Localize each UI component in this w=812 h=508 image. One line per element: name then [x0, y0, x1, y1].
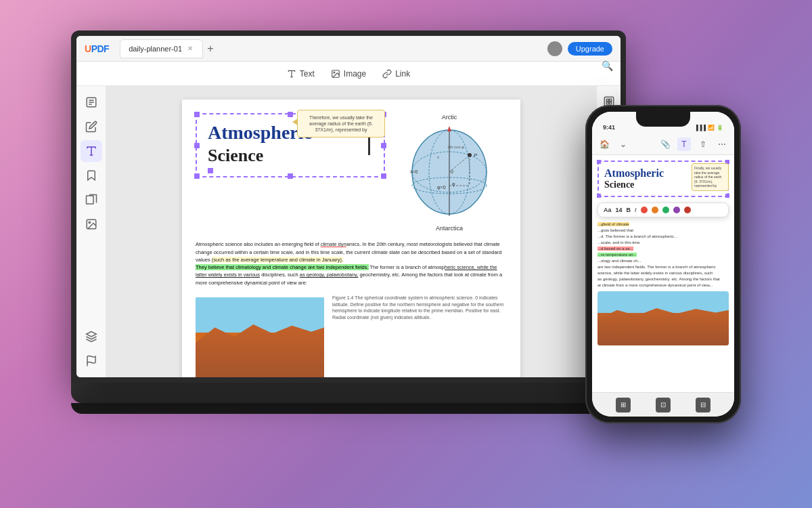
svg-point-8 — [89, 221, 90, 223]
wifi-icon: 📶 — [708, 125, 715, 131]
font-icon[interactable]: Aa — [604, 207, 612, 213]
phone-text-tool-icon[interactable]: T — [677, 137, 691, 151]
corner-handle-mr[interactable] — [381, 143, 386, 148]
color-picker: Aa 14 B I — [597, 203, 729, 217]
corner-handle-bl[interactable] — [194, 173, 200, 179]
text-label: Text — [300, 69, 315, 79]
laptop-base — [71, 383, 626, 403]
laptop-container: UPDF daily-planner-01 ✕ + Upgrade — [71, 30, 626, 478]
color-dot-green[interactable] — [662, 207, 669, 213]
phone-home-icon[interactable]: 🏠 — [597, 137, 611, 151]
tab-add-button[interactable]: + — [203, 41, 218, 56]
phone-body: 9:41 ▐▐▐ 📶 🔋 🏠 ⌄ 📎 T ⇧ ⋯ — [585, 105, 741, 423]
tab-close-icon[interactable]: ✕ — [186, 45, 194, 53]
svg-text:Re cos φ: Re cos φ — [448, 145, 464, 149]
phone-pdf-text: ...gfield of climate ...gists believed t… — [597, 221, 729, 289]
phone-status-icons: ▐▐▐ 📶 🔋 — [694, 125, 723, 131]
image-tool[interactable]: Image — [331, 69, 366, 79]
pdf-page: Atmospheric Science Arctic Ther — [182, 100, 520, 377]
phone-container: 9:41 ▐▐▐ 📶 🔋 🏠 ⌄ 📎 T ⇧ ⋯ — [585, 105, 741, 423]
text-tool[interactable]: Text — [287, 69, 315, 79]
phone-bottom-icon-1[interactable]: ⊞ — [616, 398, 631, 412]
phone-toolbar: 🏠 ⌄ 📎 T ⇧ ⋯ — [592, 133, 734, 155]
user-avatar — [547, 41, 562, 56]
phone-bottom-icon-3[interactable]: ⊟ — [696, 398, 710, 412]
phone-tooltip: Finally, we usually take the average rad… — [692, 163, 729, 191]
phone-photo — [597, 291, 729, 345]
phone-bottom-bar: ⊞ ⊡ ⊟ — [592, 392, 734, 417]
pdf-tooltip: Therefore, we usually take the average r… — [297, 110, 385, 137]
tooltip-text: Therefore, we usually take the average r… — [309, 115, 373, 132]
image-label: Image — [344, 69, 366, 79]
tab-daily-planner[interactable]: daily-planner-01 ✕ — [120, 39, 203, 58]
signal-icon: ▐▐▐ — [694, 125, 706, 131]
globe-diagram: P φ=0 λ=0 0 φ Re cos φ λ — [402, 125, 497, 219]
svg-text:φ=0: φ=0 — [437, 185, 446, 190]
tooltip-arrow — [292, 119, 298, 125]
laptop-body: UPDF daily-planner-01 ✕ + Upgrade — [71, 30, 626, 383]
phone-toolbar-right: 📎 T ⇧ ⋯ — [658, 137, 729, 151]
link-tool[interactable]: Link — [382, 69, 410, 79]
laptop-screen: UPDF daily-planner-01 ✕ + Upgrade — [76, 36, 621, 377]
search-icon[interactable]: 🔍 — [596, 55, 618, 77]
corner-handle-bm[interactable] — [288, 173, 293, 179]
sidebar-icon-layers[interactable] — [81, 326, 102, 347]
image-icon — [331, 69, 340, 79]
link-icon — [382, 69, 392, 79]
sidebar-icon-bookmark[interactable] — [81, 165, 102, 186]
phone-title-box: Finally, we usually take the average rad… — [597, 161, 729, 197]
sidebar-icon-pages[interactable] — [81, 189, 102, 211]
svg-rect-6 — [86, 196, 93, 204]
main-area: Atmospheric Science Arctic Ther — [76, 86, 621, 377]
sidebar-icon-text[interactable] — [81, 140, 102, 162]
app-header: UPDF daily-planner-01 ✕ + Upgrade — [76, 36, 621, 62]
tab-label: daily-planner-01 — [129, 45, 182, 53]
battery-icon: 🔋 — [717, 125, 723, 131]
font-size[interactable]: 14 — [616, 207, 623, 213]
color-dot-darkred[interactable] — [684, 207, 691, 213]
landscape-photo — [196, 297, 324, 377]
globe-top-label: Arctic — [392, 113, 507, 122]
phone-toolbar-left: 🏠 ⌄ — [597, 137, 630, 151]
phone-screen: 9:41 ▐▐▐ 📶 🔋 🏠 ⌄ 📎 T ⇧ ⋯ — [592, 112, 734, 417]
text-icon — [287, 69, 296, 79]
phone-bottom-icon-2[interactable]: ⊡ — [656, 398, 671, 412]
link-label: Link — [395, 69, 410, 79]
highlighted-text-climate: climate dyn — [321, 241, 346, 247]
pdf-title-line2: Science — [208, 144, 373, 168]
phone-chevron-icon[interactable]: ⌄ — [616, 137, 630, 151]
italic-button[interactable]: I — [635, 207, 637, 213]
color-dot-purple[interactable] — [673, 207, 680, 213]
phone-pdf-content[interactable]: Finally, we usually take the average rad… — [592, 155, 734, 392]
sidebar-icon-image[interactable] — [81, 213, 102, 235]
phone-paperclip-icon[interactable]: 📎 — [658, 137, 672, 151]
updf-u: U — [85, 43, 91, 54]
sidebar-icon-flag[interactable] — [81, 350, 102, 372]
pdf-paragraph: Atmospheric science also includes an eme… — [196, 240, 507, 287]
phone-time: 9:41 — [603, 124, 615, 131]
upgrade-button[interactable]: Upgrade — [568, 42, 612, 56]
sidebar-icon-document[interactable] — [81, 91, 102, 113]
bold-button[interactable]: B — [627, 207, 631, 213]
highlighted-text-yellow: (such as the average temperature and cli… — [212, 257, 343, 263]
corner-handle-br[interactable] — [381, 173, 386, 179]
phone-share-icon[interactable]: ⇧ — [696, 137, 710, 151]
corner-handle-ml[interactable] — [194, 143, 200, 148]
toolbar: Text Image Link 🔍 — [76, 62, 621, 86]
figure-caption: Figure 1.4 The spherical coordinate syst… — [332, 295, 507, 321]
pdf-content[interactable]: Atmospheric Science Arctic Ther — [106, 86, 596, 377]
phone-tooltip-text: Finally, we usually take the average rad… — [694, 166, 726, 188]
svg-marker-9 — [86, 332, 96, 337]
phone-more-icon[interactable]: ⋯ — [715, 137, 729, 151]
tab-bar: daily-planner-01 ✕ + — [120, 39, 542, 58]
phone-notch — [636, 112, 690, 127]
corner-handle-tl[interactable] — [194, 112, 200, 117]
underlined-text-2: as geology, palaeobotany, — [300, 272, 358, 278]
svg-text:0: 0 — [451, 169, 453, 174]
svg-text:P: P — [474, 152, 478, 158]
corner-handle-tm[interactable] — [288, 112, 293, 117]
updf-logo: UPDF — [85, 43, 109, 54]
sidebar-icon-edit[interactable] — [81, 116, 102, 137]
color-dot-orange[interactable] — [652, 207, 658, 213]
color-dot-red[interactable] — [641, 207, 648, 213]
